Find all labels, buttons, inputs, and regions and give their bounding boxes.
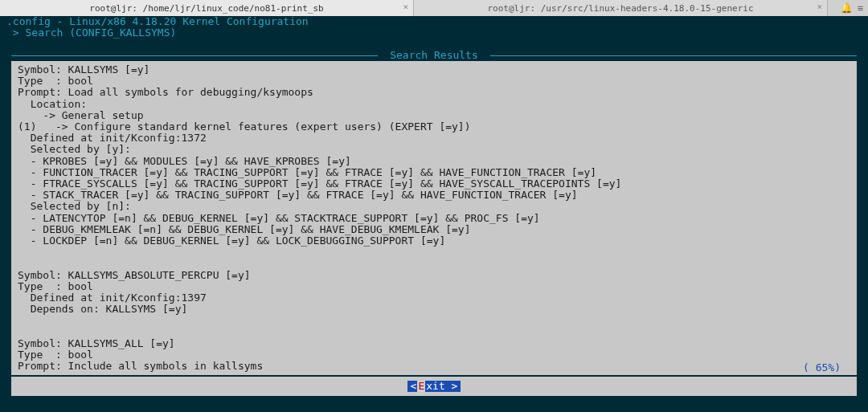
tab-title: root@ljr: /usr/src/linux-headers-4.18.0-…: [487, 3, 753, 14]
result-line: Defined at init/Kconfig:1397: [18, 292, 850, 304]
search-results-label: Search Results: [390, 49, 478, 61]
result-line: Type : bool: [18, 281, 850, 292]
result-line: Selected by [y]:: [18, 144, 850, 155]
close-icon[interactable]: ×: [403, 2, 408, 12]
terminal-viewport[interactable]: .config - Linux/x86 4.18.20 Kernel Confi…: [0, 16, 868, 412]
result-line: [18, 258, 850, 269]
result-line: Type : bool: [18, 349, 850, 361]
exit-button[interactable]: < Exit >: [407, 381, 461, 392]
tab-tray: 🔔 ≡: [828, 0, 868, 16]
result-line: - FUNCTION_TRACER [=y] && TRACING_SUPPOR…: [18, 167, 850, 178]
search-results-frame: Search Results Symbol: KALLSYMS [=y]Type…: [11, 50, 857, 396]
result-line: - LATENCYTOP [=n] && DEBUG_KERNEL [=y] &…: [18, 213, 850, 224]
result-line: - DEBUG_KMEMLEAK [=n] && DEBUG_KERNEL [=…: [18, 224, 850, 235]
result-line: - LOCKDEP [=n] && DEBUG_KERNEL [=y] && L…: [18, 235, 850, 247]
result-line: - FTRACE_SYSCALLS [=y] && TRACING_SUPPOR…: [18, 178, 850, 190]
result-line: Type : bool: [18, 75, 850, 87]
terminal-tab-1[interactable]: root@ljr: /home/ljr/linux_code/no81-prin…: [0, 0, 414, 16]
notification-icon[interactable]: 🔔: [841, 2, 853, 14]
terminal-tab-2[interactable]: root@ljr: /usr/src/linux-headers-4.18.0-…: [414, 0, 828, 16]
exit-hotkey: E: [417, 381, 425, 392]
result-line: [18, 247, 850, 258]
result-line: Symbol: KALLSYMS [=y]: [18, 64, 850, 75]
result-line: Prompt: Include all symbols in kallsyms: [18, 361, 850, 372]
result-line: -> General setup: [18, 110, 850, 121]
result-line: [18, 315, 850, 326]
result-line: - KPROBES [=y] && MODULES [=y] && HAVE_K…: [18, 156, 850, 167]
result-line: Location:: [18, 99, 850, 110]
result-line: Selected by [n]:: [18, 201, 850, 212]
result-line: [18, 327, 850, 338]
menuconfig-title: .config - Linux/x86 4.18.20 Kernel Confi…: [0, 16, 868, 27]
result-line: Depends on: KALLSYMS [=y]: [18, 304, 850, 315]
menuconfig-breadcrumb: > Search (CONFIG_KALLSYMS): [0, 27, 868, 39]
result-line: Defined at init/Kconfig:1372: [18, 133, 850, 144]
terminal-tab-bar: root@ljr: /home/ljr/linux_code/no81-prin…: [0, 0, 868, 16]
result-line: (1) -> Configure standard kernel feature…: [18, 121, 850, 133]
scroll-percentage: ( 65%): [803, 362, 841, 373]
result-line: - STACK_TRACER [=y] && TRACING_SUPPORT […: [18, 190, 850, 201]
close-icon[interactable]: ×: [817, 2, 822, 12]
dialog-button-bar: < Exit >: [11, 377, 857, 396]
result-line: Prompt: Load all symbols for debugging/k…: [18, 87, 850, 98]
result-line: Symbol: KALLSYMS_ABSOLUTE_PERCPU [=y]: [18, 270, 850, 281]
tab-title: root@ljr: /home/ljr/linux_code/no81-prin…: [89, 3, 323, 14]
menu-icon[interactable]: ≡: [858, 2, 863, 14]
search-results-title: Search Results: [11, 50, 857, 61]
search-results-panel[interactable]: Symbol: KALLSYMS [=y]Type : boolPrompt: …: [11, 61, 857, 375]
result-line: Symbol: KALLSYMS_ALL [=y]: [18, 338, 850, 349]
